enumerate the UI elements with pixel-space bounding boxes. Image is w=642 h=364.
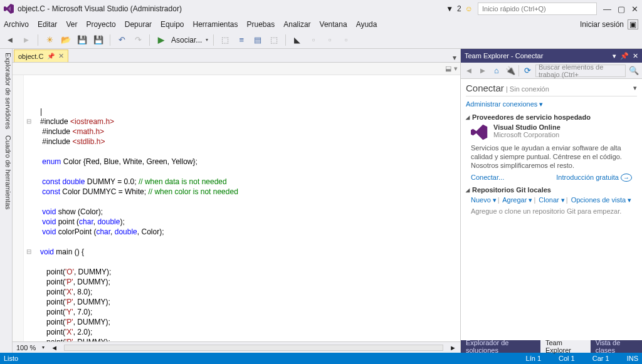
status-char: Car 1 — [592, 355, 609, 362]
code-line: void point (char, double); — [25, 217, 460, 227]
menu-archivo[interactable]: Archivo — [4, 20, 29, 29]
close-button[interactable]: ✕ — [631, 4, 638, 14]
refresh-icon[interactable]: ⟳ — [522, 65, 533, 76]
panel-dropdown-icon[interactable]: ▾ — [613, 52, 616, 60]
code-line: point('O', DUMMY); — [25, 267, 460, 277]
main-toolbar: ◄ ► ✳ 📂 💾 💾 ↶ ↷ ▶ Asociar...▾ ⬚ ≡ ▤ ⬚ ◣ … — [0, 31, 642, 49]
h-scrollbar[interactable] — [64, 345, 443, 351]
tb-icon-7[interactable]: ▫ — [340, 34, 352, 46]
code-line: ⊟#include <iostream.h> — [25, 117, 460, 127]
save-all-button[interactable]: 💾 — [92, 34, 105, 46]
nav-fwd-button[interactable]: ► — [20, 34, 33, 46]
connect-link[interactable]: Conectar... — [471, 174, 504, 181]
start-label[interactable]: Asociar... — [171, 36, 202, 44]
tb-icon-4[interactable]: ⬚ — [268, 34, 280, 46]
minimize-button[interactable]: — — [603, 4, 611, 14]
user-icon[interactable]: ▣ — [628, 19, 638, 29]
tb-icon-6[interactable]: ▫ — [324, 34, 336, 46]
code-line — [25, 197, 460, 207]
bookmark-icon[interactable]: ◣ — [291, 34, 303, 46]
manage-connections-link[interactable]: Administrar conexiones — [466, 100, 537, 108]
git-clonar[interactable]: Clonar — [539, 196, 559, 204]
panel-pin-icon[interactable]: 📌 — [620, 52, 629, 60]
status-line: Lín 1 — [526, 355, 541, 362]
code-line: enum Color {Red, Blue, White, Green, Yel… — [25, 157, 460, 167]
pin-icon[interactable]: 📌 — [47, 53, 55, 60]
titlebar-indicators: ▼2 ☺ — [446, 4, 473, 13]
code-line — [25, 167, 460, 177]
split-icon[interactable]: ⬓ — [445, 65, 451, 73]
hosted-section-header[interactable]: Proveedores de servicio hospedado — [466, 113, 637, 121]
panel-body: Conectar | Sin conexión ▾ Administrar co… — [461, 79, 642, 340]
menu-equipo[interactable]: Equipo — [160, 20, 184, 29]
menu-depurar[interactable]: Depurar — [125, 20, 152, 29]
scroll-left[interactable]: ◄ — [51, 344, 58, 351]
vso-description: Servicios que le ayudan a enviar softwar… — [471, 143, 637, 170]
status-col: Col 1 — [559, 355, 575, 362]
plug-icon[interactable]: 🔌 — [505, 65, 516, 76]
panel-close-icon[interactable]: ✕ — [633, 52, 638, 60]
toolbox-tab[interactable]: Cuadro de herramientas — [0, 135, 12, 210]
intro-link[interactable]: Introducción gratuita → — [556, 174, 632, 181]
tab-close-icon[interactable]: ✕ — [58, 52, 64, 60]
redo-button[interactable]: ↷ — [132, 34, 144, 46]
git-agregar[interactable]: Agregar — [502, 196, 527, 204]
file-tab-label: object.C — [18, 53, 43, 60]
nav-back-button[interactable]: ◄ — [4, 34, 16, 46]
menu-editar[interactable]: Editar — [38, 20, 57, 29]
vso-logo-icon — [471, 123, 488, 141]
flag-icon[interactable]: ▼ — [446, 4, 453, 13]
code-line: const double DUMMY = 0.0; // when data i… — [25, 177, 460, 187]
save-button[interactable]: 💾 — [76, 34, 88, 46]
git-nuevo[interactable]: Nuevo — [471, 196, 491, 204]
title-bar: object.C - Microsoft Visual Studio (Admi… — [0, 0, 642, 18]
tb-icon-1[interactable]: ⬚ — [219, 34, 231, 46]
feedback-icon[interactable]: ☺ — [465, 4, 473, 13]
open-button[interactable]: 📂 — [60, 34, 72, 46]
code-line: point('Y', 7.0); — [25, 307, 460, 317]
tab-overflow-button[interactable]: ▾ — [449, 53, 460, 62]
panel-search-input[interactable]: Buscar elementos de trabajo (Ctrl+ — [535, 65, 626, 77]
menu-herramientas[interactable]: Herramientas — [192, 20, 238, 29]
panel-titlebar: Team Explorer - Conectar ▾ 📌 ✕ — [461, 49, 642, 63]
menu-proyecto[interactable]: Proyecto — [86, 20, 115, 29]
git-section-header[interactable]: Repositorios Git locales — [466, 186, 637, 194]
panel-fwd-icon[interactable]: ► — [477, 65, 488, 76]
tab-team-explorer[interactable]: Team Explorer — [540, 340, 591, 353]
file-tab[interactable]: object.C 📌 ✕ — [14, 49, 68, 62]
editor-tabstrip: object.C 📌 ✕ ▾ — [13, 49, 460, 63]
signin-link[interactable]: Iniciar sesión — [580, 20, 624, 29]
tb-icon-2[interactable]: ≡ — [235, 34, 248, 46]
connect-heading: Conectar — [466, 83, 504, 93]
scroll-right[interactable]: ► — [450, 344, 456, 351]
zoom-level[interactable]: 100 % — [16, 344, 36, 351]
status-ready: Listo — [4, 355, 18, 362]
home-icon[interactable]: ⌂ — [491, 65, 502, 76]
dropdown-icon[interactable]: ▾ — [454, 65, 458, 73]
menu-ver[interactable]: Ver — [66, 20, 77, 29]
server-explorer-tab[interactable]: Explorador de servidores — [0, 53, 12, 129]
notif-count: 2 — [457, 4, 461, 13]
code-line: point('P', DUMMY); — [25, 277, 460, 287]
tab-class-view[interactable]: Vista de clases — [591, 340, 642, 353]
menu-ayuda[interactable]: Ayuda — [356, 20, 377, 29]
tab-solution-explorer[interactable]: Explorador de soluciones — [461, 340, 540, 353]
start-button[interactable]: ▶ — [155, 34, 167, 46]
menu-pruebas[interactable]: Pruebas — [247, 20, 275, 29]
new-project-button[interactable]: ✳ — [43, 34, 56, 46]
editor-footer: 100 %▾ ◄ ► — [13, 341, 460, 353]
vso-corp: Microsoft Corporation — [493, 131, 560, 138]
tb-icon-5[interactable]: ▫ — [307, 34, 320, 46]
vs-logo-icon — [4, 4, 14, 14]
tb-icon-3[interactable]: ▤ — [251, 34, 264, 46]
menu-analizar[interactable]: Analizar — [283, 20, 310, 29]
quick-launch-input[interactable]: Inicio rápido (Ctrl+Q) — [478, 3, 597, 15]
panel-back-icon[interactable]: ◄ — [463, 65, 475, 76]
git-opciones[interactable]: Opciones de vista — [571, 196, 626, 204]
menu-ventana[interactable]: Ventana — [320, 20, 347, 29]
panel-menu-icon[interactable]: ▾ — [633, 84, 637, 92]
maximize-button[interactable]: ▢ — [618, 4, 625, 14]
search-icon[interactable]: 🔍 — [628, 65, 639, 76]
undo-button[interactable]: ↶ — [115, 34, 128, 46]
code-area[interactable]: |⊟#include <iostream.h> #include <math.h… — [13, 75, 460, 341]
